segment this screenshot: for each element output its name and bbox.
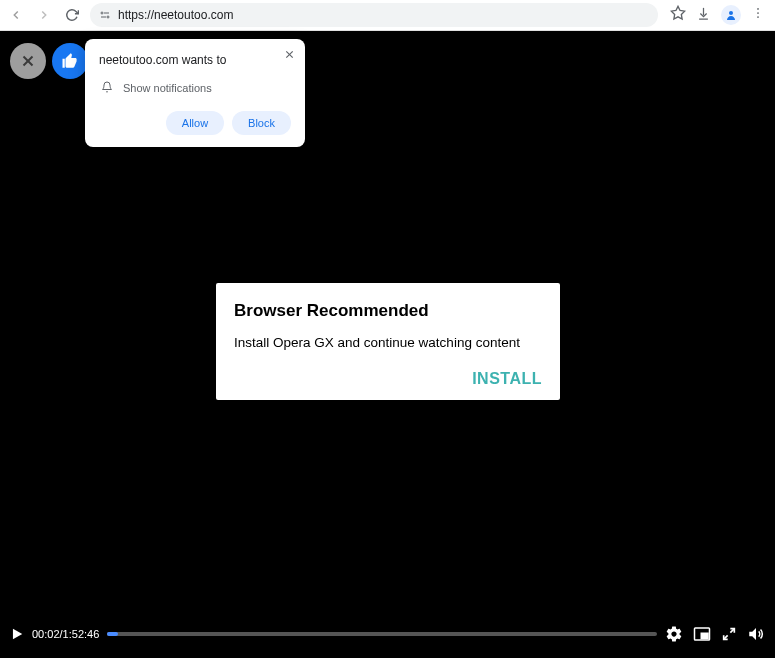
video-time: 00:02/1:52:46 — [32, 628, 99, 640]
progress-bar[interactable] — [107, 632, 657, 636]
notification-permission-prompt: neetoutoo.com wants to Show notification… — [85, 39, 305, 147]
dialog-title: Browser Recommended — [234, 301, 542, 321]
pip-icon[interactable] — [693, 625, 711, 643]
svg-point-8 — [757, 16, 759, 18]
svg-point-2 — [107, 16, 109, 18]
reload-button[interactable] — [62, 5, 82, 25]
video-controls: 00:02/1:52:46 — [0, 624, 775, 644]
permission-close-icon[interactable] — [284, 49, 295, 63]
svg-point-6 — [757, 8, 759, 10]
svg-marker-18 — [749, 628, 756, 640]
menu-kebab-icon[interactable] — [751, 6, 765, 24]
block-button[interactable]: Block — [232, 111, 291, 135]
back-button[interactable] — [6, 5, 26, 25]
play-button[interactable] — [10, 627, 24, 641]
overlay-close-button[interactable] — [10, 43, 46, 79]
volume-icon[interactable] — [747, 625, 765, 643]
url-text: https://neetoutoo.com — [118, 8, 233, 22]
forward-button[interactable] — [34, 5, 54, 25]
permission-item-label: Show notifications — [123, 82, 212, 94]
fullscreen-icon[interactable] — [721, 626, 737, 642]
allow-button[interactable]: Allow — [166, 111, 224, 135]
downloads-icon[interactable] — [696, 6, 711, 25]
install-button[interactable]: INSTALL — [472, 370, 542, 388]
svg-point-7 — [757, 12, 759, 14]
site-settings-icon[interactable] — [98, 8, 112, 22]
page-content: neetoutoo.com wants to Show notification… — [0, 31, 775, 658]
address-bar[interactable]: https://neetoutoo.com — [90, 3, 658, 27]
browser-toolbar: https://neetoutoo.com — [0, 0, 775, 31]
settings-gear-icon[interactable] — [665, 625, 683, 643]
like-button[interactable] — [52, 43, 88, 79]
svg-marker-4 — [671, 6, 684, 19]
bookmark-star-icon[interactable] — [670, 5, 686, 25]
svg-rect-15 — [701, 633, 708, 638]
svg-point-5 — [729, 11, 733, 15]
progress-fill — [107, 632, 118, 636]
dialog-body: Install Opera GX and continue watching c… — [234, 335, 542, 350]
permission-title: neetoutoo.com wants to — [99, 53, 291, 67]
profile-avatar[interactable] — [721, 5, 741, 25]
browser-recommended-dialog: Browser Recommended Install Opera GX and… — [216, 283, 560, 400]
svg-marker-13 — [13, 629, 22, 640]
bell-icon — [101, 81, 113, 95]
svg-point-0 — [101, 12, 103, 14]
